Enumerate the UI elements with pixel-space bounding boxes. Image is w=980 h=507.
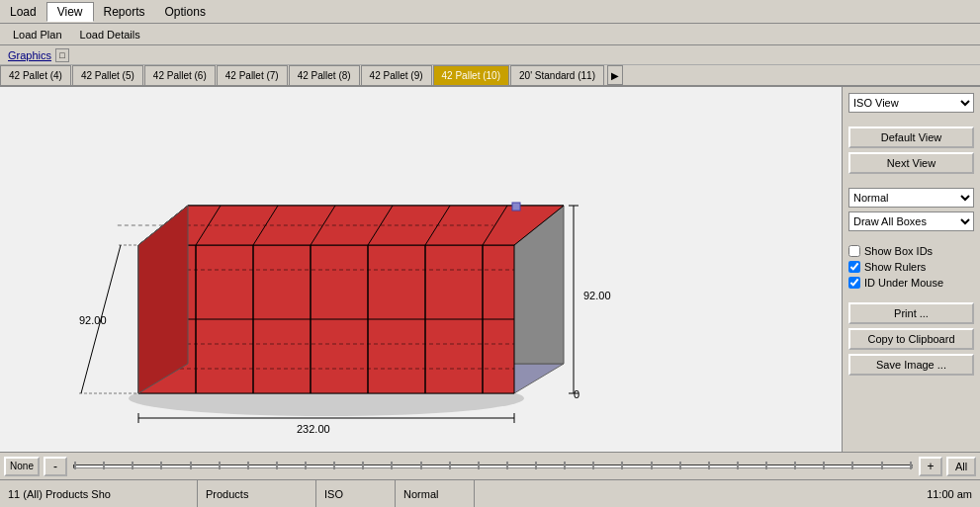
pallet-tab-6[interactable]: 42 Pallet (10) xyxy=(433,65,509,85)
slider-dot xyxy=(333,462,335,469)
slider-dot xyxy=(708,462,710,469)
all-btn[interactable]: All xyxy=(946,457,976,476)
mode-select[interactable]: Normal Transparent Wireframe xyxy=(848,188,974,208)
pallet-tab-0[interactable]: 42 Pallet (4) xyxy=(0,65,71,85)
svg-text:92.00: 92.00 xyxy=(583,290,611,301)
menu-view[interactable]: View xyxy=(46,2,94,22)
save-image-btn[interactable]: Save Image ... xyxy=(848,354,974,376)
svg-text:92.00: 92.00 xyxy=(79,314,107,326)
slider-dot xyxy=(564,462,566,469)
slider-dot xyxy=(765,462,767,469)
slider-dot xyxy=(679,462,681,469)
slider-dot xyxy=(506,462,508,469)
pallet-tabs: 42 Pallet (4) 42 Pallet (5) 42 Pallet (6… xyxy=(0,65,980,87)
menu-bar: Load View Reports Options xyxy=(0,0,980,24)
menu-load[interactable]: Load xyxy=(0,3,46,21)
svg-text:0: 0 xyxy=(574,388,579,400)
svg-text:232.00: 232.00 xyxy=(297,423,330,433)
graphics-label[interactable]: Graphics xyxy=(4,49,55,61)
slider-dot xyxy=(160,462,162,469)
slider-dot xyxy=(219,462,221,469)
show-rulers-row[interactable]: Show Rulers xyxy=(848,261,974,273)
slider-dot xyxy=(737,462,739,469)
slider-dot xyxy=(74,462,76,469)
load-details-btn[interactable]: Load Details xyxy=(71,27,149,42)
products-label: Products xyxy=(206,488,248,500)
status-info: 11 (All) Products Sho xyxy=(0,480,198,507)
pallet-tab-3[interactable]: 42 Pallet (7) xyxy=(217,65,288,85)
status-info-text: 11 (All) Products Sho xyxy=(8,488,111,500)
none-btn[interactable]: None xyxy=(4,457,40,476)
slider-dot xyxy=(420,462,422,469)
menu-options[interactable]: Options xyxy=(155,3,216,21)
content-row: 92.00 0 92.00 232.00 ISO View Front View… xyxy=(0,87,980,452)
slider-dot xyxy=(391,462,393,469)
app-container: Load View Reports Options Load Plan Load… xyxy=(0,0,980,507)
slider-dot xyxy=(103,462,105,469)
show-rulers-label: Show Rulers xyxy=(864,261,926,273)
graphics-toggle-icon[interactable]: □ xyxy=(55,48,69,62)
slider-dot xyxy=(132,462,134,469)
load-plan-btn[interactable]: Load Plan xyxy=(4,27,71,42)
slider-dot xyxy=(190,462,192,469)
time-text: 11:00 am xyxy=(927,488,972,500)
show-box-ids-label: Show Box IDs xyxy=(864,245,933,257)
bottom-slider: None - xyxy=(0,452,980,479)
sub-toolbar: Load Plan Load Details xyxy=(0,24,980,45)
slider-dot xyxy=(823,462,825,469)
menu-reports[interactable]: Reports xyxy=(94,3,155,21)
status-bar: 11 (All) Products Sho Products ISO Norma… xyxy=(0,479,980,507)
canvas-area[interactable]: 92.00 0 92.00 232.00 xyxy=(0,87,842,452)
pallet-tab-1[interactable]: 42 Pallet (5) xyxy=(72,65,143,85)
status-products: Products xyxy=(198,480,316,507)
slider-dot xyxy=(851,462,853,469)
slider-dot xyxy=(881,462,883,469)
view-select[interactable]: ISO View Front View Side View Top View xyxy=(848,93,974,113)
status-view-text: ISO xyxy=(324,488,343,500)
show-rulers-checkbox[interactable] xyxy=(848,261,860,273)
id-under-mouse-label: ID Under Mouse xyxy=(864,277,943,289)
slider-dot xyxy=(592,462,594,469)
slider-dot xyxy=(910,462,912,469)
print-btn[interactable]: Print ... xyxy=(848,302,974,324)
show-box-ids-checkbox[interactable] xyxy=(848,245,860,257)
pallet-tab-5[interactable]: 42 Pallet (9) xyxy=(361,65,432,85)
slider-dot xyxy=(362,462,364,469)
slider-dot xyxy=(449,462,451,469)
slider-track[interactable] xyxy=(73,465,913,468)
id-under-mouse-checkbox[interactable] xyxy=(848,277,860,289)
id-under-mouse-row[interactable]: ID Under Mouse xyxy=(848,277,974,289)
svg-marker-24 xyxy=(138,206,188,393)
copy-clipboard-btn[interactable]: Copy to Clipboard xyxy=(848,328,974,350)
svg-rect-34 xyxy=(512,203,520,211)
slider-dot xyxy=(794,462,796,469)
pallet-tab-7[interactable]: 20' Standard (11) xyxy=(510,65,604,85)
pallet-tab-scroll[interactable]: ▶ xyxy=(607,65,623,85)
default-view-btn[interactable]: Default View xyxy=(848,127,974,148)
draw-select[interactable]: Draw All Boxes Draw Selected Draw None xyxy=(848,211,974,231)
3d-visualization: 92.00 0 92.00 232.00 xyxy=(59,107,633,433)
status-view: ISO xyxy=(316,480,396,507)
slider-dot xyxy=(276,462,278,469)
status-time: 11:00 am xyxy=(919,480,980,507)
plus-btn[interactable]: + xyxy=(919,457,942,476)
status-mode-text: Normal xyxy=(403,488,438,500)
pallet-tab-4[interactable]: 42 Pallet (8) xyxy=(289,65,360,85)
slider-dot xyxy=(247,462,249,469)
slider-dot xyxy=(621,462,623,469)
pallet-tab-2[interactable]: 42 Pallet (6) xyxy=(144,65,216,85)
right-panel: ISO View Front View Side View Top View D… xyxy=(842,87,980,452)
show-box-ids-row[interactable]: Show Box IDs xyxy=(848,245,974,257)
minus-btn[interactable]: - xyxy=(44,457,67,476)
slider-dot xyxy=(478,462,480,469)
status-mode: Normal xyxy=(396,480,475,507)
slider-dot xyxy=(305,462,307,469)
slider-dot xyxy=(651,462,653,469)
slider-dot xyxy=(535,462,537,469)
next-view-btn[interactable]: Next View xyxy=(848,152,974,174)
graphics-bar: Graphics □ xyxy=(0,45,980,65)
